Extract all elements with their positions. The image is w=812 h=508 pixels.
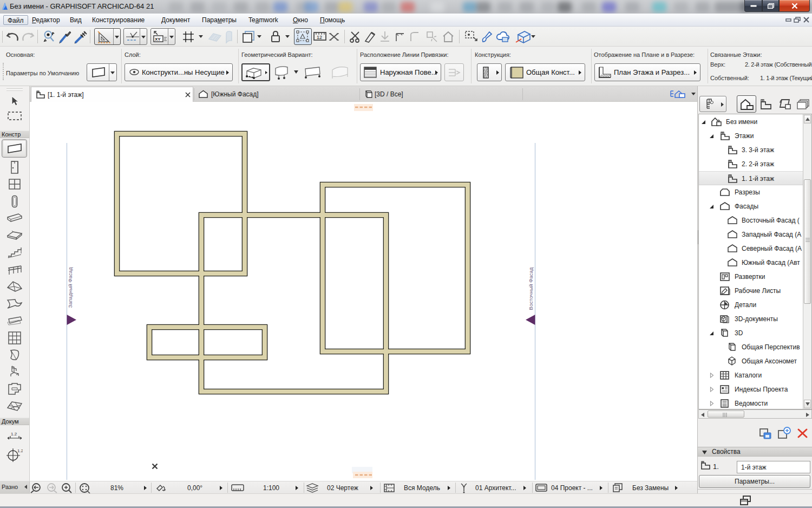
svg-text:Западный Фасад: Западный Фасад (67, 267, 73, 308)
svg-text:XY: XY (155, 37, 161, 42)
svg-text:1.2: 1.2 (11, 432, 17, 437)
svg-text:12: 12 (317, 35, 322, 40)
svg-text:Восточный Фасад: Восточный Фасад (528, 267, 534, 310)
svg-text:1.2: 1.2 (17, 448, 23, 453)
